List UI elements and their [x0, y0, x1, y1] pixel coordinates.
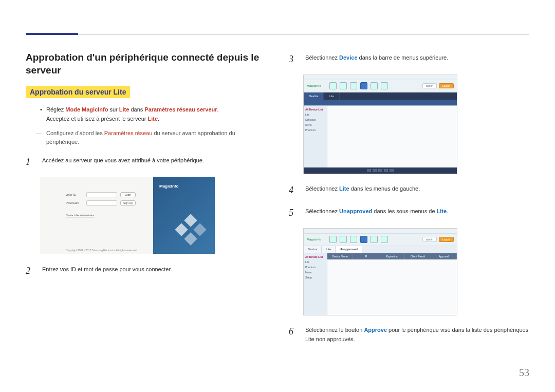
step-3: 3 Sélectionnez Device dans la barre de m… — [289, 51, 529, 67]
step-text: Sélectionnez Lite dans les menus de gauc… — [305, 182, 529, 194]
step-1: 1 Accédez au serveur que vous avez attri… — [26, 154, 266, 170]
text: sur — [108, 106, 119, 113]
text: dans — [129, 106, 144, 113]
logout-pill[interactable]: Logout — [439, 83, 454, 88]
col-device-name: Device Name — [327, 253, 353, 259]
step-text: Entrez vos ID et mot de passe pour vous … — [42, 263, 266, 274]
sidebar-item[interactable]: All Device List — [305, 108, 325, 111]
app-toolbar: MagicInfo admin Logout — [304, 234, 457, 246]
step-text: Sélectionnez Unapproved dans les sous-me… — [305, 205, 529, 216]
tab-unapproved[interactable]: Unapproved — [336, 246, 362, 253]
page-number: 53 — [519, 367, 529, 379]
app-footer — [304, 167, 457, 174]
step-number: 2 — [26, 263, 35, 279]
toolbar-icon[interactable] — [340, 82, 347, 89]
lite-submenu-label: Lite — [437, 208, 447, 214]
approve-button-label: Approve — [364, 327, 387, 333]
step-number: 1 — [26, 154, 35, 170]
step-6: 6 Sélectionnez le bouton Approve pour le… — [289, 324, 529, 344]
app-sidebar: All Device List Lite Premium Move Setup — [304, 253, 327, 315]
sidebar-item[interactable]: Setup — [305, 276, 325, 279]
text: Réglez — [46, 106, 65, 113]
magicinfo-logo: MagicInfo — [159, 184, 178, 189]
app-screenshot-device: MagicInfo admin Logout Device Lite All — [303, 74, 457, 174]
toolbar-icon[interactable] — [329, 236, 337, 243]
step-text: Sélectionnez le bouton Approve pour le p… — [305, 324, 529, 344]
sub-heading-highlight: Approbation du serveur Lite — [26, 86, 130, 98]
header-accent — [26, 33, 78, 35]
sidebar-item[interactable]: Premium — [305, 128, 325, 132]
password-input[interactable] — [86, 200, 117, 206]
primary-tabs: Device Lite — [304, 92, 457, 100]
device-toolbar-icon[interactable] — [360, 236, 367, 243]
header-rule — [26, 34, 529, 34]
secondary-tabs: Device Lite Unapproved — [304, 246, 457, 253]
app-brand: MagicInfo — [307, 238, 321, 241]
text: . — [217, 106, 219, 113]
section-heading: Approbation d'un périphérique connecté d… — [26, 51, 266, 77]
step-2: 2 Entrez vos ID et mot de passe pour vou… — [26, 263, 266, 279]
sidebar-item[interactable]: Menu — [305, 123, 325, 126]
content-columns: Approbation d'un périphérique connecté d… — [26, 51, 529, 351]
toolbar-icon[interactable] — [371, 82, 378, 89]
user-id-row: User ID Login — [66, 192, 146, 197]
step-number: 4 — [289, 182, 298, 198]
step-number: 3 — [289, 51, 298, 67]
tab-device[interactable]: Device — [304, 246, 322, 253]
toolbar-icon[interactable] — [381, 236, 388, 243]
prerequisite-note: Configurez d'abord les Paramètres réseau… — [26, 129, 266, 147]
col-approval: Approval — [431, 253, 457, 259]
right-column: 3 Sélectionnez Device dans la barre de m… — [289, 51, 529, 351]
sidebar-item[interactable]: All Device List — [305, 255, 325, 258]
device-label: Device — [339, 54, 357, 61]
tab-device[interactable]: Device — [304, 92, 324, 100]
logout-pill[interactable]: Logout — [439, 237, 454, 242]
intro-bullet: Réglez Mode MagicInfo sur Lite dans Para… — [26, 105, 266, 123]
col-client-result: Client Result — [405, 253, 431, 259]
login-brand-panel: MagicInfo — [153, 177, 215, 254]
copyright-text: Copyright 2009 - 2013 SamsungElectronics… — [66, 249, 137, 252]
step-text: Sélectionnez Device dans la barre de men… — [305, 51, 529, 63]
toolbar-icon[interactable] — [329, 82, 337, 89]
step-number: 6 — [289, 324, 298, 340]
tab-lite[interactable]: Lite — [322, 246, 336, 253]
password-label: Password — [66, 201, 83, 204]
lite-label: Lite — [147, 116, 158, 122]
toolbar-icon[interactable] — [350, 82, 357, 89]
device-toolbar-icon[interactable] — [360, 82, 367, 89]
signup-button[interactable]: Sign Up — [120, 200, 136, 206]
login-screenshot: User ID Login Password Sign Up Contact t… — [40, 177, 215, 254]
sidebar-item[interactable]: Premium — [305, 266, 325, 269]
login-button[interactable]: Login — [120, 192, 136, 197]
user-pill[interactable]: admin — [422, 237, 437, 242]
app-sidebar: All Device List Lite Schedule Menu Premi… — [304, 106, 327, 167]
text: Configurez d'abord les — [46, 130, 104, 136]
diamond-graphic — [175, 214, 206, 245]
user-pill[interactable]: admin — [422, 83, 437, 88]
sidebar-item[interactable]: Lite — [305, 113, 325, 116]
sidebar-item[interactable]: Lite — [305, 260, 325, 264]
step-text: Accédez au serveur que vous avez attribu… — [42, 154, 266, 165]
contact-admin-link[interactable]: Contact the administrator — [66, 214, 146, 217]
lite-label: Lite — [119, 106, 130, 113]
app-content-area — [327, 106, 457, 167]
toolbar-icon[interactable] — [350, 236, 357, 243]
app-brand: MagicInfo — [307, 84, 321, 87]
step-5: 5 Sélectionnez Unapproved dans les sous-… — [289, 205, 529, 221]
password-row: Password Sign Up — [66, 200, 146, 206]
user-id-input[interactable] — [86, 192, 117, 197]
toolbar-icon[interactable] — [371, 236, 378, 243]
toolbar-icon[interactable] — [340, 236, 347, 243]
step-4: 4 Sélectionnez Lite dans les menus de ga… — [289, 182, 529, 198]
sidebar-item[interactable]: Schedule — [305, 118, 325, 121]
unapproved-label: Unapproved — [339, 208, 372, 214]
toolbar-icon[interactable] — [381, 82, 388, 89]
network-settings-label: Paramètres réseau — [104, 130, 153, 136]
app-screenshot-unapproved: MagicInfo admin Logout Device Lite Unapp… — [303, 228, 457, 315]
col-expiration: Expiration — [379, 253, 405, 259]
user-id-label: User ID — [66, 193, 83, 196]
tab-lite[interactable]: Lite — [324, 92, 340, 100]
sidebar-item[interactable]: Move — [305, 271, 325, 274]
app-content-area: Device Name IP Expiration Client Result … — [327, 253, 457, 315]
text: Acceptez et utilisez à présent le serveu… — [46, 116, 147, 122]
